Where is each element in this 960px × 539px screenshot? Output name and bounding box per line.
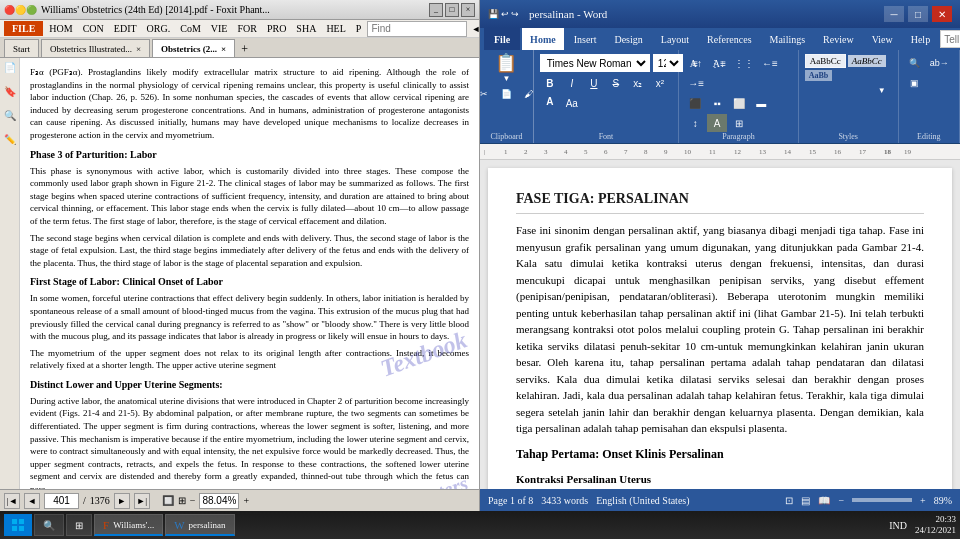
pdf-menu-view[interactable]: VIE <box>207 23 232 34</box>
pdf-nav-prev[interactable]: ◄ <box>24 493 40 509</box>
word-title-text: persalinan - Word <box>529 8 607 20</box>
pdf-menu-hom[interactable]: HOM <box>45 23 76 34</box>
borders-btn[interactable]: ⊞ <box>729 114 749 132</box>
word-window-controls[interactable]: ─ □ ✕ <box>884 6 952 22</box>
justify-btn[interactable]: ▬ <box>751 94 771 112</box>
bullets-button[interactable]: ≡ <box>685 54 705 72</box>
pdf-zoom-out[interactable]: − <box>190 495 196 506</box>
pdf-sidebar-icon-annot[interactable]: ✏️ <box>2 134 18 150</box>
pdf-window-controls[interactable]: _ □ × <box>429 3 475 17</box>
word-quick-save[interactable]: 💾 <box>488 9 499 19</box>
pdf-menu-p[interactable]: P <box>352 23 366 34</box>
pdf-search-input[interactable] <box>367 21 467 37</box>
font-select[interactable]: Times New Roman <box>540 54 650 72</box>
word-close-btn[interactable]: ✕ <box>932 6 952 22</box>
pdf-tab-obstetrics2-close[interactable]: × <box>221 44 226 54</box>
taskbar-task-view[interactable]: ⊞ <box>66 514 92 536</box>
align-center-btn[interactable]: ▪▪ <box>707 94 727 112</box>
pdf-menu-sha[interactable]: SHA <box>292 23 320 34</box>
subscript-button[interactable]: x₂ <box>628 74 648 92</box>
pdf-sidebar-icon-search[interactable]: 🔍 <box>2 110 18 126</box>
select-btn[interactable]: ▣ <box>905 74 925 92</box>
pdf-fit-icon[interactable]: ⊞ <box>178 495 186 506</box>
align-right-btn[interactable]: ⬜ <box>729 94 749 112</box>
taskbar-search[interactable]: 🔍 <box>34 514 64 536</box>
pdf-menu-pro[interactable]: PRO <box>263 23 290 34</box>
pdf-tab-start[interactable]: Start <box>4 39 39 57</box>
pdf-nav-last[interactable]: ►| <box>134 493 150 509</box>
ribbon-home-tab[interactable]: Home <box>522 28 564 50</box>
word-zoom-out-btn[interactable]: − <box>838 495 844 506</box>
pdf-menu-for[interactable]: FOR <box>233 23 260 34</box>
pdf-new-tab[interactable]: + <box>241 42 248 57</box>
pdf-close-btn[interactable]: × <box>461 3 475 17</box>
strikethrough-button[interactable]: S <box>606 74 626 92</box>
underline-button[interactable]: U <box>584 74 604 92</box>
ribbon-view-tab[interactable]: View <box>864 28 901 50</box>
word-maximize-btn[interactable]: □ <box>908 6 928 22</box>
pdf-menu-con[interactable]: CON <box>79 23 108 34</box>
pdf-zoom-in[interactable]: + <box>243 495 249 506</box>
taskbar-foxit[interactable]: F Williams'... <box>94 514 163 536</box>
ribbon-help-tab[interactable]: Help <box>903 28 938 50</box>
pdf-tab-obstetrics1-close[interactable]: × <box>136 44 141 54</box>
no-spacing-style[interactable]: AaBbCc <box>848 55 886 67</box>
pdf-minimize-btn[interactable]: _ <box>429 3 443 17</box>
pdf-sidebar-icon-bookmark[interactable]: 🔖 <box>2 86 18 102</box>
highlight-btn[interactable]: Aa <box>562 94 582 112</box>
pdf-page-input[interactable] <box>44 493 79 509</box>
line-spacing-btn[interactable]: ↕ <box>685 114 705 132</box>
pdf-tab-obstetrics1[interactable]: Obstetrics Illustrated... × <box>41 39 150 57</box>
start-button[interactable] <box>4 514 32 536</box>
decrease-indent-btn[interactable]: ←≡ <box>759 54 781 72</box>
pdf-search-prev[interactable]: ◄ <box>471 24 480 34</box>
find-btn[interactable]: 🔍 <box>905 54 925 72</box>
ribbon-references-tab[interactable]: References <box>699 28 759 50</box>
pdf-menu-hel[interactable]: HEL <box>322 23 349 34</box>
ribbon-file-tab[interactable]: File <box>484 28 520 50</box>
word-focus-btn[interactable]: ⊡ <box>785 495 793 506</box>
numbering-button[interactable]: ⋮≡ <box>707 54 729 72</box>
ribbon-insert-tab[interactable]: Insert <box>566 28 605 50</box>
pdf-menu-com[interactable]: CoM <box>176 23 205 34</box>
pdf-menu-edit[interactable]: EDIT <box>110 23 141 34</box>
copy-button[interactable]: 📄 <box>496 85 516 103</box>
paste-button[interactable]: 📋 <box>495 52 517 74</box>
multilevel-button[interactable]: ⋮⋮ <box>731 54 757 72</box>
replace-btn[interactable]: ab→ <box>927 54 952 72</box>
pdf-tab-obstetrics2[interactable]: Obstetrics (2... × <box>152 39 235 57</box>
align-left-btn[interactable]: ⬛ <box>685 94 705 112</box>
word-layout-btn[interactable]: ▤ <box>801 495 810 506</box>
ribbon-review-tab[interactable]: Review <box>815 28 862 50</box>
svg-rect-3 <box>19 526 24 531</box>
word-quick-undo[interactable]: ↩ <box>501 9 509 19</box>
font-color-btn[interactable]: A <box>540 94 560 112</box>
pdf-view-icon[interactable]: 🔲 <box>162 495 174 506</box>
pdf-nav-first[interactable]: |◄ <box>4 493 20 509</box>
word-zoom-in-btn[interactable]: + <box>920 495 926 506</box>
word-minimize-btn[interactable]: ─ <box>884 6 904 22</box>
pdf-sidebar-icon-page[interactable]: 📄 <box>2 62 18 78</box>
ribbon-layout-tab[interactable]: Layout <box>653 28 697 50</box>
word-read-btn[interactable]: 📖 <box>818 495 830 506</box>
heading1-style[interactable]: AaBb <box>805 70 833 81</box>
word-quick-redo[interactable]: ↪ <box>511 9 519 19</box>
ribbon-design-tab[interactable]: Design <box>606 28 650 50</box>
pdf-menu-org[interactable]: ORG. <box>143 23 175 34</box>
tell-me-input[interactable] <box>940 30 960 48</box>
pdf-nav-next[interactable]: ► <box>114 493 130 509</box>
bold-button[interactable]: B <box>540 74 560 92</box>
shading-btn[interactable]: A <box>707 114 727 132</box>
increase-indent-btn[interactable]: →≡ <box>685 74 707 92</box>
styles-expand-btn[interactable]: ▼ <box>872 81 892 99</box>
italic-button[interactable]: I <box>562 74 582 92</box>
superscript-button[interactable]: x² <box>650 74 670 92</box>
pdf-maximize-btn[interactable]: □ <box>445 3 459 17</box>
taskbar-word[interactable]: W persalinan <box>165 514 234 536</box>
normal-style[interactable]: AaBbCc <box>805 54 846 68</box>
pdf-zoom-input[interactable] <box>199 493 239 509</box>
ribbon-mailings-tab[interactable]: Mailings <box>762 28 814 50</box>
cut-button[interactable]: ✂ <box>474 85 494 103</box>
pdf-file-menu[interactable]: FILE <box>4 21 43 36</box>
word-zoom-slider[interactable] <box>852 498 912 502</box>
